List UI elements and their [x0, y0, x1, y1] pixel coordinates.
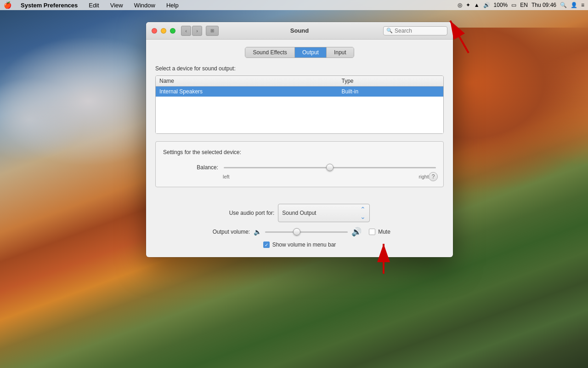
tab-output[interactable]: Output	[295, 47, 327, 58]
device-section-label: Select a device for sound output:	[155, 65, 444, 72]
user-icon[interactable]: 👤	[571, 2, 577, 8]
tab-input[interactable]: Input	[327, 47, 354, 58]
balance-row: Balance:	[191, 163, 436, 172]
balance-left-label: left	[223, 174, 230, 179]
volume-menubar-icon[interactable]: 🔊	[483, 2, 490, 8]
volume-row: Output volume: 🔈 🔊 Mute	[155, 227, 444, 237]
audio-port-label: Use audio port for:	[229, 210, 275, 216]
volume-low-icon: 🔈	[254, 228, 261, 236]
menubar-window[interactable]: Window	[132, 2, 157, 9]
column-type-header: Type	[342, 78, 440, 84]
menubar-edit[interactable]: Edit	[87, 2, 101, 9]
menubar-system-preferences[interactable]: System Preferences	[19, 2, 79, 9]
language-icon: EN	[520, 2, 528, 8]
mute-row: Mute	[369, 229, 390, 235]
table-body: Internal Speakers Built-in	[156, 86, 443, 133]
tab-sound-effects[interactable]: Sound Effects	[245, 47, 295, 58]
column-name-header: Name	[159, 78, 342, 84]
menubar: 🍎 System Preferences Edit View Window He…	[0, 0, 588, 10]
volume-slider[interactable]	[265, 227, 348, 236]
show-volume-row: ✓ Show volume in menu bar	[155, 242, 444, 248]
select-arrow-icon: ⌃⌄	[360, 206, 366, 220]
volume-high-icon: 🔊	[351, 227, 362, 237]
balance-track	[224, 167, 436, 168]
menubar-left: 🍎 System Preferences Edit View Window He…	[4, 1, 181, 9]
wifi-icon: ▲	[474, 2, 480, 8]
tab-group: Sound Effects Output Input	[245, 47, 354, 58]
balance-label: Balance:	[191, 164, 218, 171]
balance-thumb[interactable]	[326, 164, 334, 171]
table-header: Name Type	[156, 76, 443, 86]
window-title: Sound	[290, 27, 309, 34]
help-button[interactable]: ?	[429, 172, 438, 181]
menubar-view[interactable]: View	[108, 2, 125, 9]
table-empty-space	[156, 97, 443, 133]
grid-view-button[interactable]: ⊞	[206, 26, 219, 36]
minimize-button[interactable]	[161, 28, 166, 34]
balance-right-label: right	[419, 174, 429, 179]
titlebar: ‹ › ⊞ Sound 🔍	[146, 22, 453, 40]
show-volume-checkbox[interactable]: ✓	[263, 242, 270, 248]
traffic-lights	[152, 28, 175, 34]
device-name-cell: Internal Speakers	[159, 88, 342, 95]
location-icon: ◎	[458, 2, 462, 8]
bluetooth-icon: ✦	[466, 2, 470, 8]
menubar-help[interactable]: Help	[164, 2, 181, 9]
bottom-controls: Use audio port for: Sound Output ⌃⌄ Outp…	[146, 204, 453, 257]
clock: Thu 09:46	[531, 2, 556, 8]
search-input[interactable]	[395, 28, 444, 34]
audio-port-select[interactable]: Sound Output ⌃⌄	[278, 204, 370, 222]
volume-thumb[interactable]	[293, 228, 300, 236]
balance-slider[interactable]	[224, 163, 436, 172]
settings-label: Settings for the selected device:	[163, 149, 436, 155]
sound-window: ‹ › ⊞ Sound 🔍 Sound Effects Output Input…	[146, 22, 453, 257]
device-type-cell: Built-in	[342, 88, 440, 95]
volume-track	[265, 231, 348, 233]
audio-port-value: Sound Output	[282, 210, 316, 216]
output-volume-label: Output volume:	[209, 229, 250, 235]
show-volume-label: Show volume in menu bar	[272, 242, 336, 248]
notification-icon[interactable]: ≡	[581, 2, 584, 8]
menubar-right: ◎ ✦ ▲ 🔊 100% ▭ EN Thu 09:46 🔍 👤 ≡	[458, 2, 584, 8]
back-button[interactable]: ‹	[181, 26, 191, 36]
device-table: Name Type Internal Speakers Built-in	[155, 75, 444, 134]
battery-percent: 100%	[494, 2, 508, 8]
nav-arrows: ‹ ›	[181, 26, 202, 36]
apple-menu[interactable]: 🍎	[4, 1, 11, 9]
mute-checkbox[interactable]	[369, 229, 375, 235]
battery-icon: ▭	[511, 2, 516, 8]
spotlight-icon[interactable]: 🔍	[560, 2, 567, 8]
close-button[interactable]	[152, 28, 157, 34]
tabs-container: Sound Effects Output Input	[155, 47, 444, 58]
forward-button[interactable]: ›	[192, 26, 202, 36]
balance-end-labels: left right	[223, 174, 429, 179]
table-row[interactable]: Internal Speakers Built-in	[156, 86, 443, 97]
audio-port-row: Use audio port for: Sound Output ⌃⌄	[155, 204, 444, 222]
window-content: Sound Effects Output Input Select a devi…	[146, 40, 453, 204]
search-icon: 🔍	[386, 28, 393, 34]
maximize-button[interactable]	[170, 28, 175, 34]
search-box[interactable]: 🔍	[383, 26, 447, 35]
mute-label: Mute	[378, 229, 390, 235]
settings-box: Settings for the selected device: Balanc…	[155, 141, 444, 187]
